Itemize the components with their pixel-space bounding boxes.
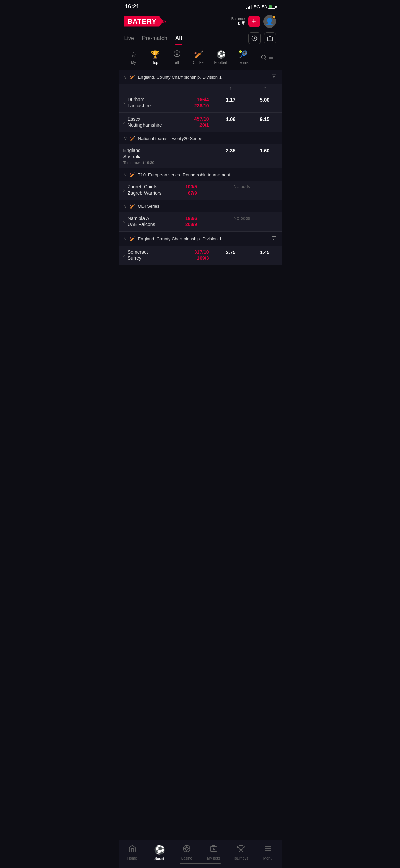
tab-all-label: All [175,61,179,65]
bottom-nav-sport[interactable]: ⚽ Sport [146,843,173,862]
odds-button[interactable]: 1.06 [214,113,248,132]
section-england-county-2: ∨ 🏏 England. County Championship. Divisi… [119,232,282,265]
odds-button[interactable]: 2.35 [214,144,248,168]
section-title-3: T10. European series. Round robin tourna… [138,172,277,177]
match-info-england: England Australia Tomorrow at 19:30 [119,144,214,168]
nav-icons [248,32,276,44]
odds-button[interactable]: 1.17 [214,93,248,112]
odds-container: 2.35 1.60 [214,144,282,168]
collapse-icon-1[interactable]: ∨ [123,74,127,80]
bottom-nav-mybets[interactable]: My bets [200,843,227,862]
odds-button[interactable]: 5.00 [248,93,282,112]
live-stream-button[interactable] [264,32,276,44]
logo-text: BATERY [124,16,164,27]
tab-top[interactable]: 🏆 Top [145,48,166,67]
match-teams-namibia: Namibia A 193/6 UAE Falcons 208/9 [128,216,197,228]
odds-button[interactable]: 1.45 [248,246,282,265]
signal-icon [246,4,252,9]
user-avatar[interactable]: 👤 [263,15,276,28]
match-row[interactable]: › Essex 457/10 Nottinghamshire 20/1 1.06 [119,113,282,132]
section-header-5: ∨ 🏏 England. County Championship. Divisi… [119,232,282,246]
search-button[interactable] [258,52,277,62]
tab-football[interactable]: ⚽ Football [210,48,232,67]
match-table-4: › Namibia A 193/6 UAE Falcons 208/9 No o… [119,212,282,232]
team-name: Lancashire [128,103,151,108]
match-info-namibia: › Namibia A 193/6 UAE Falcons 208/9 [119,212,202,231]
tab-my[interactable]: ☆ My [123,48,144,67]
match-row[interactable]: › Zagreb Chiefs 100/5 Zagreb Warriors 67… [119,181,282,200]
collapse-icon-5[interactable]: ∨ [123,236,127,241]
balance-label: Balance [231,17,245,21]
odds-button[interactable]: 1.60 [248,144,282,168]
tab-cricket[interactable]: 🏏 Cricket [189,48,209,67]
team-name: UAE Falcons [128,222,155,227]
filter-icon-5[interactable] [271,235,277,242]
tab-live[interactable]: Live [124,32,134,45]
match-info-durham: › Durham 166/4 Lancashire 228/10 [119,93,214,112]
tab-cricket-label: Cricket [193,60,204,65]
tab-all-sports[interactable]: All [167,48,187,67]
match-table-5: › Somerset 317/10 Surrey 169/3 2.75 [119,246,282,265]
football-icon: ⚽ [216,50,226,59]
match-teams-somerset: Somerset 317/10 Surrey 169/3 [128,249,209,261]
section-title-1: England. County Championship. Division 1 [138,75,268,80]
home-icon [128,845,136,855]
bottom-nav-menu[interactable]: Menu [254,843,282,862]
odds-container: 2.75 1.45 [214,246,282,265]
odds-button[interactable]: 2.75 [214,246,248,265]
nav-tabs: Live Pre-match All [119,32,282,45]
cricket-section-icon-3: 🏏 [130,172,135,177]
team-name: Zagreb Chiefs [128,184,157,189]
collapse-icon-3[interactable]: ∨ [123,172,127,177]
section-title-4: ODI Series [138,204,277,209]
tab-pre-match[interactable]: Pre-match [142,32,167,45]
team-score: 67/9 [188,190,197,196]
section-england-county-1: ∨ 🏏 England. County Championship. Divisi… [119,70,282,132]
bottom-nav-casino[interactable]: Casino [173,843,200,862]
history-button[interactable] [248,32,261,44]
cricket-section-icon-1: 🏏 [130,74,135,80]
team-score: 317/10 [194,249,209,255]
match-row[interactable]: › Namibia A 193/6 UAE Falcons 208/9 No o… [119,212,282,232]
filter-icon-1[interactable] [271,73,277,81]
match-teams-durham: Durham 166/4 Lancashire 228/10 [128,97,209,109]
match-info-zagreb: › Zagreb Chiefs 100/5 Zagreb Warriors 67… [119,181,202,200]
app-header: BATERY » Balance 0 ₹ + 👤 [119,12,282,32]
tab-my-label: My [131,60,136,65]
match-table-1: 1 2 › Durham 166/4 Lancashire 228/1 [119,84,282,132]
cricket-icon: 🏏 [194,50,203,59]
team-name: Surrey [128,255,141,261]
tab-all[interactable]: All [175,32,182,45]
section-national-t20: ∨ 🏏 National teams. Twenty20 Series Engl… [119,132,282,168]
collapse-icon-2[interactable]: ∨ [123,135,127,141]
team-score: 208/9 [185,222,197,227]
casino-icon [183,845,191,855]
odds-button[interactable]: 9.15 [248,113,282,132]
balance-amount: 0 ₹ [231,21,245,26]
match-info-essex: › Essex 457/10 Nottinghamshire 20/1 [119,113,214,132]
bottom-nav-tourneys[interactable]: Tourneys [227,843,254,862]
tab-top-label: Top [152,60,158,65]
section-odi-series: ∨ 🏏 ODI Series › Namibia A 193/6 UAE Fal… [119,200,282,232]
bottom-nav-home[interactable]: Home [119,843,146,862]
team-name: Durham [128,97,145,102]
no-odds-label: No odds [202,181,282,200]
tab-tennis[interactable]: 🎾 Tennis [233,48,253,67]
match-row[interactable]: England Australia Tomorrow at 19:30 2.35… [119,144,282,168]
match-row[interactable]: › Somerset 317/10 Surrey 169/3 2.75 [119,246,282,265]
section-t10-european: ∨ 🏏 T10. European series. Round robin to… [119,168,282,200]
home-indicator-bar [180,863,221,864]
match-teams-england: England Australia Tomorrow at 19:30 [123,148,209,165]
status-time: 16:21 [125,3,139,10]
tennis-icon: 🎾 [239,50,248,59]
team-name: Zagreb Warriors [128,190,162,196]
chevron-right-icon: › [123,188,125,193]
add-balance-button[interactable]: + [248,16,260,27]
no-odds-label: No odds [202,212,282,231]
section-header-3: ∨ 🏏 T10. European series. Round robin to… [119,168,282,181]
match-row[interactable]: › Durham 166/4 Lancashire 228/10 1.17 [119,93,282,113]
battery-icon: 58 [262,4,275,10]
sport-category-tabs: ☆ My 🏆 Top All 🏏 Cricket ⚽ Football 🎾 Te… [119,45,282,70]
collapse-icon-4[interactable]: ∨ [123,203,127,209]
odds-header-col2: 2 [248,84,282,93]
